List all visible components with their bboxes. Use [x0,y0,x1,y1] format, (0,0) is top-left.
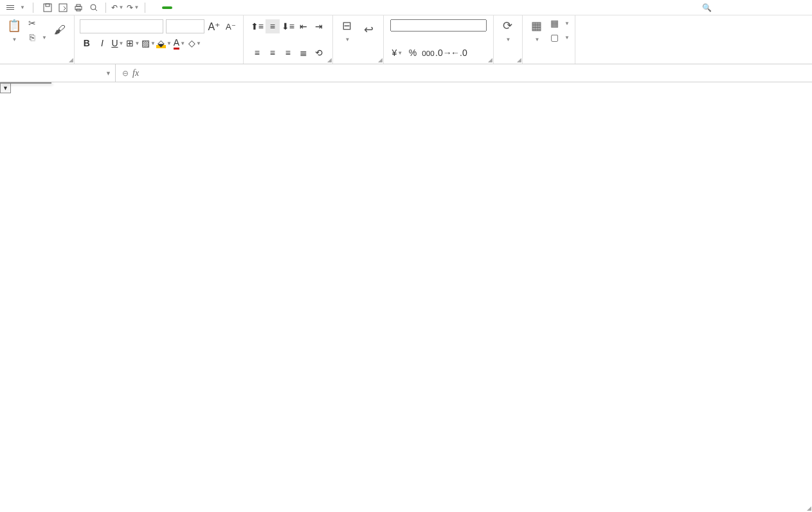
number-group: ¥▼ % 000 .0→ ←.0 ◢ [384,15,494,64]
formula-bar-row: ▼ ⊖ fx [0,64,812,82]
ribbon: 📋 ▼ ✂ ⎘▼ 🖌 ◢ A⁺ A⁻ B I U▼ ⊞▼ ▨▼ [0,15,812,64]
align-right-button[interactable]: ≡ [281,46,295,60]
search-icon: 🔍 [702,3,712,12]
fx-icon[interactable]: fx [132,68,139,78]
cut-button[interactable]: ✂ [27,18,47,28]
align-left-button[interactable]: ≡ [250,46,264,60]
orientation-button[interactable]: ⟲ [312,46,326,60]
style-group: ▦▼ ▦▼ ▢▼ [523,15,575,64]
search-input[interactable] [714,3,804,12]
copy-button[interactable]: ⎘▼ [27,32,47,42]
font-group: A⁺ A⁻ B I U▼ ⊞▼ ▨▼ ⬙▼ A▼ ◇▼ ◢ [75,15,244,64]
formula-bar: ⊖ fx [116,68,812,78]
percent-button[interactable]: % [406,46,420,60]
tab-dev[interactable] [284,6,289,9]
currency-button[interactable]: ¥▼ [390,46,404,60]
merge-button[interactable]: ⊟▼ [338,18,356,42]
preview-icon[interactable] [87,1,100,14]
indent-dec-button[interactable]: ⇤ [296,19,311,33]
svg-rect-1 [46,4,50,6]
clipboard-group: 📋 ▼ ✂ ⎘▼ 🖌 ◢ [0,15,75,64]
formula-input[interactable] [143,68,806,78]
font-name-select[interactable] [80,19,163,33]
tab-data[interactable] [234,6,239,9]
title-bar: ▼ ↶▼ ↷▼ 🔍 [0,0,812,15]
underline-button[interactable]: U▼ [111,36,125,50]
fill-style-button[interactable]: ▨▼ [141,36,156,50]
quick-access-toolbar: ↶▼ ↷▼ [41,1,148,14]
align-center-button[interactable]: ≡ [266,46,280,60]
fill-color-button[interactable]: ⬙▼ [157,36,171,50]
copy-icon: ⎘ [27,32,37,42]
separator [145,3,145,13]
wrap-icon: ↩ [361,22,377,37]
group-launcher-icon[interactable]: ◢ [378,57,383,63]
clear-format-button[interactable]: ◇▼ [188,36,202,50]
scissors-icon: ✂ [27,18,37,28]
group-launcher-icon[interactable]: ◢ [807,505,811,511]
tab-review[interactable] [251,6,256,9]
justify-button[interactable]: ≣ [296,46,311,60]
tab-start[interactable] [162,6,172,9]
svg-rect-4 [77,5,80,6]
print-icon[interactable] [72,1,85,14]
tab-member[interactable] [301,6,306,9]
ribbon-tabs [162,6,323,9]
decrease-font-button[interactable]: A⁻ [224,19,238,33]
table-style-button[interactable]: ▦▼ [550,18,570,28]
zoom-out-icon[interactable]: ⊖ [122,69,129,78]
svg-rect-2 [59,4,67,12]
inc-decimal-button[interactable]: .0→ [437,46,451,60]
cell-dropdown-button[interactable]: ▼ [0,82,11,93]
comma-button[interactable]: 000 [421,46,435,60]
cond-format-icon: ▦ [529,18,545,33]
paste-button[interactable]: 📋 ▼ [5,18,23,42]
group-launcher-icon[interactable]: ◢ [69,57,73,63]
font-size-select[interactable] [166,19,204,33]
redo-icon[interactable]: ↷▼ [127,1,140,14]
group-launcher-icon[interactable]: ◢ [517,57,521,63]
group-launcher-icon[interactable]: ◢ [327,57,332,63]
dec-decimal-button[interactable]: ←.0 [452,46,466,60]
cond-format-button[interactable]: ▦▼ [528,18,546,42]
convert-group: ⟳▼ ◢ [494,15,523,64]
italic-button[interactable]: I [95,36,109,50]
search-box[interactable]: 🔍 [702,3,809,12]
number-format-select[interactable] [390,19,487,32]
font-color-button[interactable]: A▼ [172,36,186,50]
name-box[interactable]: ▼ [0,64,116,82]
increase-font-button[interactable]: A⁺ [207,19,221,33]
align-bottom-button[interactable]: ⬇≡ [281,19,295,33]
hamburger-icon [6,5,14,10]
chevron-down-icon: ▼ [20,5,25,10]
chevron-down-icon[interactable]: ▼ [105,70,111,77]
name-box-input[interactable] [13,68,103,78]
format-painter-button[interactable]: 🖌 [51,22,69,39]
tab-resource[interactable] [318,6,323,9]
file-menu[interactable]: ▼ [3,5,29,10]
align-middle-button[interactable]: ≡ [266,19,280,33]
table-icon: ▦ [550,18,560,28]
wrap-button[interactable]: ↩ [360,22,378,39]
svg-rect-0 [44,4,51,12]
align-top-button[interactable]: ⬆≡ [250,19,264,33]
align-group: ⬆≡ ≡ ⬇≡ ⇤ ⇥ ≡ ≡ ≡ ≣ ⟲ ◢ [244,15,333,64]
group-launcher-icon[interactable]: ◢ [488,57,492,63]
merge-icon: ⊟ [339,18,355,33]
undo-icon[interactable]: ↶▼ [111,1,124,14]
brush-icon: 🖌 [52,22,68,37]
separator [33,3,33,13]
tab-formula[interactable] [217,6,222,9]
type-convert-button[interactable]: ⟳▼ [499,18,517,42]
save-as-icon[interactable] [57,1,69,14]
border-button[interactable]: ⊞▼ [126,36,140,50]
save-icon[interactable] [41,1,54,14]
merge-group: ⊟▼ ↩ ◢ [333,15,384,64]
separator [105,3,106,13]
cell-style-button[interactable]: ▢▼ [550,32,570,42]
tab-view[interactable] [267,6,273,9]
indent-inc-button[interactable]: ⇥ [312,19,326,33]
bold-button[interactable]: B [80,36,94,50]
tab-layout[interactable] [201,6,206,9]
tab-insert[interactable] [184,6,189,9]
